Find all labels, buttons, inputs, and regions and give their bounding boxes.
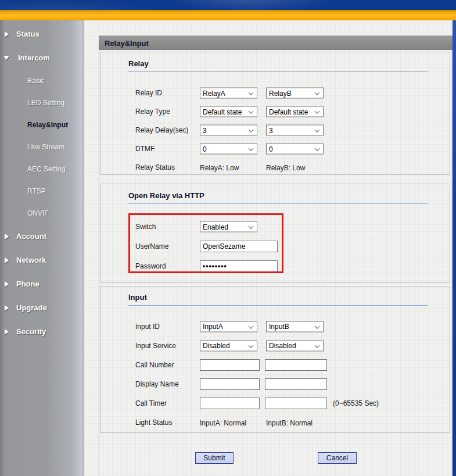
- sidebar-subitem-led-setting[interactable]: LED Setting: [0, 92, 84, 114]
- relay-type-b-select[interactable]: Default state: [266, 106, 324, 117]
- field-label: Switch: [135, 223, 156, 231]
- field-label: UserName: [135, 242, 168, 250]
- caret-down-icon: [3, 56, 9, 60]
- top-navy-banner: [0, 0, 456, 10]
- chevron-down-icon: [315, 91, 320, 96]
- chevron-down-icon: [315, 109, 320, 114]
- select-value: RelayB: [269, 89, 292, 97]
- page-title: Relay&Input: [99, 39, 149, 48]
- field-label: Input ID: [135, 323, 160, 331]
- select-value: InputA: [203, 323, 223, 331]
- field-label: Input Service: [135, 342, 176, 350]
- relay-b-status: RelayB: Low: [266, 164, 305, 172]
- section-title: Open Relay via HTTP: [128, 191, 450, 200]
- password-row: Password: [100, 256, 450, 276]
- sidebar-item-status[interactable]: Status: [0, 22, 84, 46]
- sidebar-item-security[interactable]: Security: [0, 320, 84, 343]
- sidebar-subitem-live-stream[interactable]: Live Stream: [0, 136, 84, 158]
- sidebar-item-account[interactable]: Account: [0, 224, 84, 248]
- cancel-button[interactable]: Cancel: [318, 452, 357, 464]
- caret-right-icon: [5, 257, 9, 263]
- caret-right-icon: [5, 234, 9, 239]
- section-divider: [128, 203, 428, 204]
- sidebar-item-phone[interactable]: Phone: [0, 272, 84, 296]
- call-number-b-field[interactable]: [265, 359, 327, 371]
- relay-id-a-select[interactable]: RelayA: [200, 88, 257, 99]
- input-b-status: InputB: Normal: [266, 419, 313, 427]
- sidebar-item-network[interactable]: Network: [0, 248, 84, 272]
- select-value: Default state: [269, 108, 308, 116]
- input-service-b-select[interactable]: Disabled: [266, 340, 324, 351]
- open-relay-http-section: Open Relay via HTTP Switch Enabled UserN…: [100, 184, 450, 283]
- sidebar-item-label: Upgrade: [16, 303, 47, 312]
- sidebar-item-label: Intercom: [18, 53, 50, 62]
- relay-type-a-select[interactable]: Default state: [200, 106, 257, 117]
- chevron-down-icon: [249, 224, 254, 230]
- field-label: Call Number: [135, 361, 174, 369]
- dtmf-b-select[interactable]: 0: [266, 144, 324, 155]
- light-status-row: Light Status InputA: Normal InputB: Norm…: [100, 413, 450, 432]
- display-name-row: Display Name: [100, 374, 450, 393]
- field-label: DTMF: [135, 145, 155, 153]
- input-id-row: Input ID InputA InputB: [100, 317, 450, 336]
- sidebar-subitem-rtsp[interactable]: RTSP: [0, 180, 84, 202]
- call-timer-row: Call Timer (0~65535 Sec): [100, 393, 450, 413]
- submit-button[interactable]: Submit: [195, 452, 234, 464]
- section-divider: [128, 71, 428, 72]
- chevron-down-icon: [249, 109, 254, 114]
- username-field[interactable]: [200, 241, 278, 252]
- select-value: 3: [203, 126, 207, 134]
- chevron-down-icon: [249, 91, 254, 96]
- display-name-b-field[interactable]: [265, 378, 327, 390]
- call-timer-a-field[interactable]: [200, 398, 260, 409]
- chevron-down-icon: [315, 146, 320, 152]
- http-rows: Switch Enabled UserName Password: [100, 217, 450, 276]
- dtmf-a-select[interactable]: 0: [200, 144, 257, 155]
- sidebar-subitem-relay-input[interactable]: Relay&Input: [0, 114, 84, 136]
- select-value: Default state: [203, 108, 242, 116]
- section-title: Input: [128, 293, 450, 302]
- call-number-a-field[interactable]: [200, 359, 260, 371]
- username-row: UserName: [100, 237, 450, 256]
- sidebar-item-intercom[interactable]: Intercom: [0, 46, 84, 70]
- display-name-a-field[interactable]: [200, 378, 260, 390]
- input-id-b-select[interactable]: InputB: [266, 321, 324, 332]
- sidebar-subitem-aec-setting[interactable]: AEC Setting: [0, 158, 84, 180]
- relay-id-b-select[interactable]: RelayB: [266, 88, 324, 99]
- input-a-status: InputA: Normal: [200, 419, 246, 427]
- sidebar-item-label: Security: [16, 327, 46, 336]
- relay-rows: Relay ID RelayA RelayB Relay Type Defaul…: [100, 84, 450, 177]
- call-timer-range-hint: (0~65535 Sec): [333, 399, 379, 407]
- relay-status-row: Relay Status RelayA: Low RelayB: Low: [100, 158, 450, 177]
- select-value: Disabled: [269, 342, 296, 350]
- sidebar: Status Intercom Basic LED Setting Relay&…: [0, 20, 84, 476]
- dtmf-row: DTMF 0 0: [100, 139, 450, 158]
- field-label: Call Timer: [135, 399, 167, 407]
- chevron-down-icon: [315, 324, 320, 329]
- caret-right-icon: [5, 329, 9, 335]
- sidebar-item-upgrade[interactable]: Upgrade: [0, 296, 84, 320]
- select-value: 3: [269, 126, 273, 134]
- field-label: Display Name: [135, 380, 179, 388]
- http-switch-select[interactable]: Enabled: [200, 221, 257, 232]
- right-blue-strip: [453, 20, 456, 476]
- select-value: RelayA: [203, 89, 225, 97]
- input-id-a-select[interactable]: InputA: [200, 321, 257, 332]
- sidebar-subitem-basic[interactable]: Basic: [0, 70, 84, 92]
- relay-section: Relay Relay ID RelayA RelayB Relay Type …: [100, 52, 450, 175]
- gold-accent-bar: [0, 10, 456, 20]
- password-field[interactable]: [200, 260, 278, 272]
- relay-id-row: Relay ID RelayA RelayB: [100, 84, 450, 102]
- relay-delay-a-select[interactable]: 3: [200, 125, 257, 136]
- switch-row: Switch Enabled: [100, 217, 450, 237]
- sidebar-subitem-onvif[interactable]: ONVIF: [0, 202, 84, 224]
- chevron-down-icon: [249, 324, 254, 329]
- sidebar-item-label: Account: [16, 232, 46, 241]
- input-service-a-select[interactable]: Disabled: [200, 340, 257, 351]
- input-rows: Input ID InputA InputB Input Service Dis…: [100, 317, 450, 432]
- field-label: Relay ID: [135, 89, 162, 97]
- section-divider: [128, 305, 428, 306]
- relay-delay-b-select[interactable]: 3: [266, 125, 324, 136]
- chevron-down-icon: [315, 343, 320, 348]
- call-timer-b-field[interactable]: [265, 398, 327, 409]
